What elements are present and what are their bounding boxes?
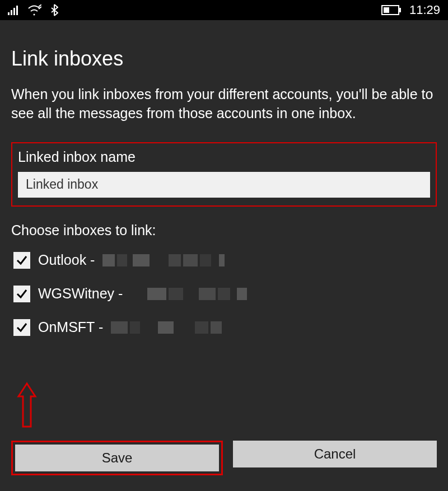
linked-inbox-name-label: Linked inbox name xyxy=(18,149,430,165)
redacted-email xyxy=(147,288,247,300)
cellular-signal-icon xyxy=(8,5,18,15)
name-field-highlight: Linked inbox name xyxy=(11,142,437,207)
page-description: When you link inboxes from your differen… xyxy=(11,85,437,123)
linked-inbox-name-input[interactable] xyxy=(18,172,430,198)
wifi-icon xyxy=(27,4,41,16)
inbox-label-onmsft: OnMSFT - xyxy=(38,319,103,335)
svg-rect-1 xyxy=(399,8,401,12)
inbox-item-wgswitney: WGSWitney - xyxy=(13,286,437,302)
bluetooth-icon xyxy=(50,4,58,16)
inbox-list: Outlook - WGSWitney - xyxy=(11,252,437,336)
status-left xyxy=(8,4,58,16)
clock-time: 11:29 xyxy=(409,3,440,17)
cancel-button[interactable]: Cancel xyxy=(233,441,437,467)
battery-icon xyxy=(381,5,402,15)
content-area: Link inboxes When you link inboxes from … xyxy=(0,20,448,347)
redacted-email xyxy=(102,254,225,266)
redacted-email xyxy=(111,321,222,334)
arrow-annotation-icon xyxy=(16,381,38,433)
checkbox-outlook[interactable] xyxy=(13,252,30,269)
save-button-highlight: Save xyxy=(11,441,223,475)
choose-inboxes-label: Choose inboxes to link: xyxy=(11,222,437,239)
save-button[interactable]: Save xyxy=(15,445,219,471)
checkbox-wgswitney[interactable] xyxy=(13,286,30,302)
inbox-label-wgswitney: WGSWitney - xyxy=(38,286,123,302)
inbox-item-outlook: Outlook - xyxy=(13,252,437,269)
button-row: Save Cancel xyxy=(11,441,437,475)
status-right: 11:29 xyxy=(381,3,440,17)
svg-rect-2 xyxy=(384,7,389,13)
inbox-label-outlook: Outlook - xyxy=(38,252,95,268)
page-title: Link inboxes xyxy=(11,47,437,71)
checkbox-onmsft[interactable] xyxy=(13,319,30,336)
status-bar: 11:29 xyxy=(0,0,448,20)
inbox-item-onmsft: OnMSFT - xyxy=(13,319,437,336)
